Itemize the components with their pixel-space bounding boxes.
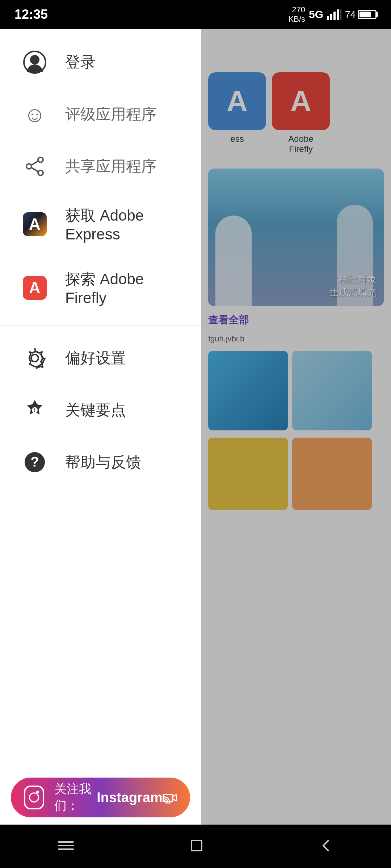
nav-back-icon[interactable] [318, 838, 334, 855]
svg-rect-4 [340, 9, 341, 20]
app-cards-row: A A [201, 65, 391, 130]
thumb-2 [292, 351, 372, 430]
menu-item-explore-firefly[interactable]: A 探索 Adobe Firefly [0, 256, 201, 320]
cast-icon [163, 789, 177, 806]
instagram-text: 关注我们： Instagram [54, 781, 163, 814]
preferences-label: 偏好设置 [65, 348, 126, 368]
express-label: ess [208, 134, 266, 154]
explore-firefly-label: 探索 Adobe Firefly [65, 269, 179, 307]
thumb-1 [208, 351, 288, 430]
battery-percent: 74 [345, 9, 356, 20]
firefly-logo: A [290, 85, 311, 118]
photo-area: 移除对象 生成式填充 [208, 169, 384, 306]
share-label: 共享应用程序 [65, 156, 156, 176]
photo-overlay-text: 移除对象 生成式填充 [329, 273, 377, 299]
svg-rect-22 [192, 841, 202, 851]
adobe-firefly-icon: A [22, 275, 48, 301]
menu-item-help[interactable]: ? 帮助与反馈 [0, 436, 201, 488]
menu-item-login[interactable]: 登录 [0, 36, 201, 88]
badge-icon: ! [22, 397, 48, 423]
nav-menu-icon[interactable] [57, 838, 75, 854]
instagram-brand: Instagram [97, 790, 163, 805]
remove-object-text: 移除对象 [329, 273, 377, 286]
login-label: 登录 [65, 52, 96, 72]
svg-rect-1 [330, 14, 332, 20]
menu-item-get-express[interactable]: A 获取 Adobe Express [0, 192, 201, 256]
svg-point-7 [26, 164, 31, 169]
battery-box [358, 10, 377, 19]
generative-fill-text: 生成式填充 [329, 286, 377, 299]
network-type: 5G [309, 8, 323, 21]
express-logo: A [227, 85, 248, 118]
svg-line-9 [31, 167, 38, 172]
battery-fill [360, 12, 371, 17]
svg-text:!: ! [34, 407, 36, 413]
instagram-icon [24, 786, 44, 809]
svg-point-6 [38, 170, 43, 175]
menu-divider [0, 326, 201, 326]
share-icon [22, 153, 48, 179]
svg-line-8 [31, 161, 38, 165]
url-bar: fguh.jvbi.b [201, 334, 391, 347]
firefly-label: AdobeFirefly [272, 134, 330, 154]
status-time: 12:35 [14, 7, 48, 22]
menu-content-spacer [0, 488, 201, 821]
get-express-label: 获取 Adobe Express [65, 205, 179, 243]
svg-rect-2 [333, 12, 336, 20]
firefly-card: A [272, 72, 330, 130]
bottom-thumb-1 [208, 438, 288, 510]
svg-point-5 [38, 157, 43, 162]
svg-rect-0 [327, 16, 329, 20]
menu-drawer: 登录 ☺ 评级应用程序 共享应用程序 A 获取 Adobe Express [0, 0, 201, 868]
svg-point-10 [31, 354, 38, 362]
see-all-link[interactable]: 查看全部 [201, 306, 391, 334]
express-card: A [208, 72, 266, 130]
adobe-express-icon: A [22, 211, 48, 237]
menu-item-share[interactable]: 共享应用程序 [0, 140, 201, 192]
signal-icon [327, 9, 341, 20]
right-panel-background: A A ess AdobeFirefly 移除对象 生成式填充 查看全部 fgu… [201, 29, 391, 868]
menu-item-preferences[interactable]: 偏好设置 [0, 332, 201, 384]
thumbnails-row-1 [201, 347, 391, 434]
battery-indicator: 74 [345, 9, 377, 20]
key-points-label: 关键要点 [65, 400, 126, 420]
instagram-button[interactable]: 关注我们： Instagram [11, 778, 190, 817]
question-icon: ? [22, 449, 48, 475]
person-shape [23, 51, 46, 74]
instagram-inner: 关注我们： Instagram [24, 781, 163, 814]
thumbnails-row-2 [201, 434, 391, 514]
status-icons: 270KB/s 5G 74 [289, 5, 377, 24]
svg-text:?: ? [30, 454, 39, 469]
menu-item-key-points[interactable]: ! 关键要点 [0, 384, 201, 436]
smile-icon: ☺ [22, 101, 48, 127]
gear-icon [22, 345, 48, 371]
help-label: 帮助与反馈 [65, 452, 141, 472]
rate-label: 评级应用程序 [65, 104, 156, 124]
card-labels-row: ess AdobeFirefly [201, 130, 391, 158]
bottom-nav [0, 825, 391, 868]
svg-rect-3 [337, 9, 339, 20]
status-bar: 12:35 270KB/s 5G 74 [0, 0, 391, 29]
network-speed: 270KB/s [289, 5, 305, 24]
instagram-prefix: 关注我们： [54, 781, 93, 814]
menu-item-rate[interactable]: ☺ 评级应用程序 [0, 88, 201, 140]
person-icon [22, 49, 48, 75]
bottom-thumb-2 [292, 438, 372, 510]
nav-home-icon[interactable] [189, 838, 205, 855]
